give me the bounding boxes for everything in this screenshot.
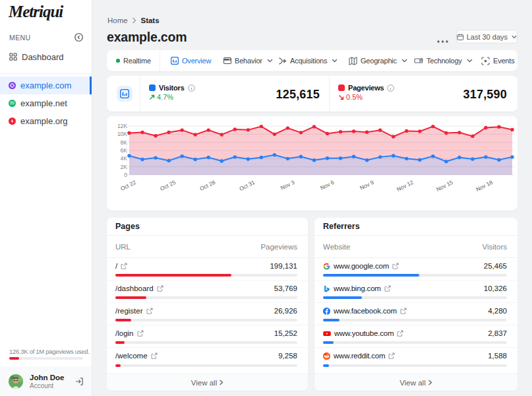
- svg-text:Oct 28: Oct 28: [198, 179, 216, 192]
- svg-text:Oct 22: Oct 22: [119, 179, 137, 192]
- svg-text:Nov 9: Nov 9: [359, 179, 375, 191]
- svg-text:Oct 25: Oct 25: [159, 179, 177, 192]
- svg-text:Nov 12: Nov 12: [396, 179, 415, 193]
- svg-text:2K: 2K: [121, 164, 128, 170]
- svg-text:Nov 15: Nov 15: [435, 179, 454, 193]
- svg-text:Nov 6: Nov 6: [319, 179, 336, 191]
- svg-text:6K: 6K: [121, 147, 128, 154]
- svg-text:Oct 31: Oct 31: [238, 179, 256, 192]
- svg-text:Nov 3: Nov 3: [280, 179, 296, 191]
- svg-text:Nov 18: Nov 18: [475, 179, 494, 193]
- svg-text:8K: 8K: [121, 139, 128, 146]
- svg-text:10K: 10K: [117, 131, 127, 137]
- svg-text:0: 0: [124, 172, 127, 178]
- svg-text:12K: 12K: [117, 123, 127, 129]
- svg-text:4K: 4K: [121, 155, 128, 162]
